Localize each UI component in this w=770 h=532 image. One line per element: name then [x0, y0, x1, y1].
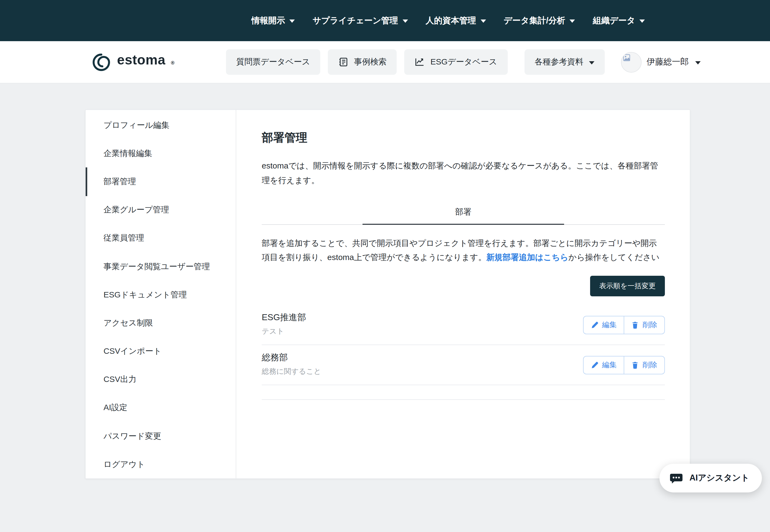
nav-item-data-analysis[interactable]: データ集計/分析: [504, 15, 575, 26]
edit-department-button[interactable]: 編集: [583, 316, 624, 334]
nav-item-human-capital[interactable]: 人的資本管理: [426, 15, 486, 26]
add-department-link[interactable]: 新規部署追加はこちら: [486, 253, 568, 262]
description-text: から操作をしてください: [568, 253, 659, 262]
sidebar-item-employee-management[interactable]: 従業員管理: [86, 224, 236, 252]
sidebar-item-csv-export[interactable]: CSV出力: [86, 365, 236, 394]
sidebar-item-company-group-management[interactable]: 企業グループ管理: [86, 196, 236, 224]
sidebar-item-label: AI設定: [103, 403, 127, 413]
sidebar-item-business-data-viewer-management[interactable]: 事業データ閲覧ユーザー管理: [86, 252, 236, 281]
questionnaire-database-button[interactable]: 質問票データベース: [226, 49, 321, 75]
nav-item-disclosure[interactable]: 情報開示: [251, 15, 295, 26]
header-right-group: 質問票データベース 事例検索: [218, 49, 701, 75]
pencil-icon: [591, 361, 598, 369]
sidebar-item-department-management[interactable]: 部署管理: [86, 168, 236, 196]
user-menu[interactable]: 伊藤総一郎: [621, 52, 701, 72]
page-intro: estomaでは、開示情報を開示する際に複数の部署への確認が必要なるケースがある…: [262, 159, 665, 188]
journal-icon: [338, 57, 349, 67]
sidebar-item-label: CSVインポート: [103, 346, 162, 356]
sidebar-item-label: ログアウト: [103, 459, 145, 470]
settings-card: プロフィール編集 企業情報編集 部署管理 企業グループ管理 従業員管理 事業デー…: [85, 109, 690, 479]
sidebar-item-label: 部署管理: [103, 177, 136, 187]
sidebar-item-label: プロフィール編集: [103, 120, 170, 130]
sidebar-item-password-change[interactable]: パスワード変更: [86, 422, 236, 450]
chevron-down-icon: [289, 20, 295, 23]
sidebar-item-label: 従業員管理: [103, 233, 144, 244]
nav-item-label: 組織データ: [593, 15, 635, 26]
sidebar-item-label: アクセス制限: [103, 318, 153, 328]
sidebar-item-profile-edit[interactable]: プロフィール編集: [86, 111, 236, 139]
sidebar-item-label: 事業データ閲覧ユーザー管理: [103, 261, 210, 272]
sidebar-item-label: 企業グループ管理: [103, 205, 169, 215]
sidebar-item-esg-document-management[interactable]: ESGドキュメント管理: [86, 281, 236, 309]
esg-database-button[interactable]: ESGデータベース: [405, 49, 507, 75]
tab-departments[interactable]: 部署: [363, 202, 564, 225]
chevron-down-icon: [402, 20, 408, 23]
sidebar-item-ai-settings[interactable]: AI設定: [86, 394, 236, 422]
settings-sidebar: プロフィール編集 企業情報編集 部署管理 企業グループ管理 従業員管理 事業デー…: [86, 110, 236, 479]
department-actions: 編集 削除: [583, 356, 665, 374]
pencil-icon: [591, 321, 598, 329]
list-bottom-divider: [262, 385, 665, 400]
nav-items: 情報開示 サプライチェーン管理 人的資本管理 データ集計/分析 組織データ: [251, 15, 645, 26]
sidebar-item-logout[interactable]: ログアウト: [86, 450, 236, 479]
nav-item-supply-chain[interactable]: サプライチェーン管理: [313, 15, 408, 26]
department-actions: 編集 削除: [583, 316, 665, 334]
sidebar-item-access-restriction[interactable]: アクセス制限: [86, 309, 236, 337]
sidebar-item-company-info-edit[interactable]: 企業情報編集: [86, 139, 236, 167]
nav-item-label: サプライチェーン管理: [313, 15, 398, 26]
settings-content: 部署管理 estomaでは、開示情報を開示する際に複数の部署への確認が必要なるケ…: [236, 110, 690, 479]
ai-assistant-button[interactable]: AIアシスタント: [660, 464, 762, 492]
delete-department-button[interactable]: 削除: [624, 316, 665, 334]
chat-icon: [669, 471, 684, 485]
app-viewport: 情報開示 サプライチェーン管理 人的資本管理 データ集計/分析 組織データ: [0, 0, 770, 532]
sidebar-item-label: ESGドキュメント管理: [103, 290, 187, 300]
sidebar-item-csv-import[interactable]: CSVインポート: [86, 337, 236, 365]
delete-label: 削除: [643, 360, 657, 370]
trash-icon: [631, 361, 639, 369]
chevron-down-icon: [570, 20, 575, 23]
case-search-label: 事例検索: [354, 57, 387, 67]
reference-materials-label: 各種参考資料: [535, 57, 583, 67]
nav-item-label: 情報開示: [251, 15, 285, 26]
edit-label: 編集: [602, 320, 617, 330]
nav-item-org-data[interactable]: 組織データ: [593, 15, 645, 26]
delete-label: 削除: [643, 320, 657, 330]
chevron-down-icon: [480, 20, 486, 23]
estoma-logo-icon: [91, 52, 112, 72]
avatar: [621, 52, 641, 72]
department-list: ESG推進部 テスト 編集: [262, 305, 665, 400]
tab-bar: 部署: [262, 202, 665, 225]
app-header: estoma ® 質問票データベース 事例検索: [0, 41, 770, 83]
logo-text: estoma: [117, 52, 166, 67]
esg-database-label: ESGデータベース: [431, 57, 497, 67]
edit-label: 編集: [602, 360, 617, 370]
broken-image-icon: [623, 54, 630, 61]
chevron-down-icon: [589, 61, 594, 64]
ai-assistant-label: AIアシスタント: [690, 472, 749, 484]
delete-department-button[interactable]: 削除: [624, 356, 665, 374]
chart-icon: [415, 57, 425, 67]
chevron-down-icon: [695, 61, 701, 64]
questionnaire-database-label: 質問票データベース: [236, 57, 310, 67]
nav-item-label: 人的資本管理: [426, 15, 476, 26]
sidebar-item-label: パスワード変更: [103, 431, 161, 441]
page-title: 部署管理: [262, 129, 665, 145]
reference-materials-dropdown[interactable]: 各種参考資料: [524, 49, 604, 75]
sidebar-item-label: 企業情報編集: [103, 148, 152, 159]
logo-registered-mark: ®: [171, 60, 174, 65]
top-navbar: 情報開示 サプライチェーン管理 人的資本管理 データ集計/分析 組織データ: [0, 0, 770, 41]
estoma-logo[interactable]: estoma ®: [91, 52, 174, 72]
bulk-reorder-button[interactable]: 表示順を一括変更: [590, 276, 665, 296]
edit-department-button[interactable]: 編集: [583, 356, 624, 374]
departments-description: 部署を追加することで、共同で開示項目やプロジェクト管理を行えます。部署ごとに開示…: [262, 236, 665, 265]
user-name: 伊藤総一郎: [647, 56, 689, 68]
trash-icon: [631, 321, 639, 329]
nav-item-label: データ集計/分析: [504, 15, 565, 26]
department-row: ESG推進部 テスト 編集: [262, 305, 665, 345]
department-row: 総務部 総務に関すること 編集: [262, 345, 665, 385]
sidebar-item-label: CSV出力: [103, 375, 137, 385]
bulk-action-row: 表示順を一括変更: [262, 276, 665, 296]
case-search-button[interactable]: 事例検索: [328, 49, 397, 75]
chevron-down-icon: [640, 20, 645, 23]
